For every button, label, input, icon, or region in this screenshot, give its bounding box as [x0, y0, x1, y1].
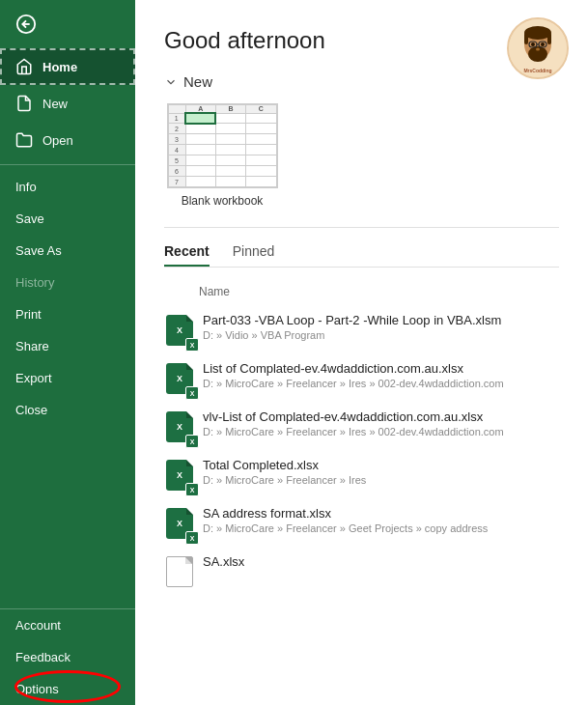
svg-point-4 — [524, 26, 551, 40]
avatar: MrsCodding — [507, 17, 569, 79]
file-icon-wrap: X X — [164, 361, 195, 396]
file-name: List of Complated-ev.4wdaddiction.com.au… — [203, 361, 559, 376]
file-icon-wrap: X X — [164, 409, 195, 444]
chevron-down-icon — [164, 75, 178, 89]
avatar-svg: MrsCodding — [509, 19, 567, 77]
home-icon — [15, 58, 33, 75]
sidebar-item-close[interactable]: Close — [0, 394, 135, 426]
sidebar-item-home[interactable]: Home — [0, 48, 135, 85]
tab-pinned[interactable]: Pinned — [233, 243, 275, 267]
file-name: SA address format.xlsx — [203, 506, 559, 521]
file-info: Total Completed.xlsx D: » MicroCare » Fr… — [203, 458, 559, 486]
svg-rect-5 — [524, 33, 528, 44]
sidebar-item-save[interactable]: Save — [0, 203, 135, 235]
file-icon-wrap: X X — [164, 458, 195, 493]
file-info: Part-033 -VBA Loop - Part-2 -While Loop … — [203, 313, 559, 341]
sidebar-item-export[interactable]: Export — [0, 362, 135, 394]
file-path: D: » MicroCare » Freelancer » Ires » 002… — [203, 426, 559, 437]
excel-icon-small: X — [185, 338, 199, 352]
svg-point-9 — [541, 42, 545, 46]
file-name: SA.xlsx — [203, 554, 559, 569]
excel-icon-small: X — [185, 483, 199, 496]
excel-icon-fold — [186, 460, 193, 466]
file-path: D: » MicroCare » Freelancer » Ires — [203, 474, 559, 486]
file-item-file4[interactable]: X X Total Completed.xlsx D: » MicroCare … — [164, 451, 559, 499]
file-icon-wrap — [164, 554, 195, 589]
new-label: New — [42, 97, 68, 111]
sidebar-item-feedback[interactable]: Feedback — [0, 641, 135, 673]
back-button[interactable] — [0, 0, 135, 48]
excel-icon-fold — [186, 315, 193, 322]
file-item-file2[interactable]: X X List of Complated-ev.4wdaddiction.co… — [164, 354, 559, 403]
sidebar-item-print[interactable]: Print — [0, 298, 135, 330]
file-name: vlv-List of Complated-ev.4wdaddiction.co… — [203, 409, 559, 424]
svg-point-8 — [531, 42, 535, 46]
plain-icon-fold — [185, 557, 192, 564]
svg-text:MrsCodding: MrsCodding — [523, 68, 551, 73]
open-icon — [15, 131, 33, 149]
file-info: SA address format.xlsx D: » MicroCare » … — [203, 506, 559, 534]
blank-workbook-preview: A B C 1 2 — [167, 103, 278, 188]
blank-workbook-button[interactable]: A B C 1 2 — [164, 103, 280, 208]
excel-icon-fold — [186, 411, 193, 418]
file-name: Total Completed.xlsx — [203, 458, 559, 472]
sidebar-divider-1 — [0, 164, 135, 165]
open-label: Open — [42, 133, 73, 148]
file-info: List of Complated-ev.4wdaddiction.com.au… — [203, 361, 559, 389]
svg-point-10 — [536, 48, 540, 51]
file-item-file3[interactable]: X X vlv-List of Complated-ev.4wdaddictio… — [164, 403, 559, 451]
home-label: Home — [42, 60, 77, 74]
new-section-label: New — [183, 73, 212, 90]
sidebar-item-save-as[interactable]: Save As — [0, 235, 135, 267]
sidebar-item-history[interactable]: History — [0, 267, 135, 298]
tab-recent[interactable]: Recent — [164, 243, 210, 267]
sidebar-item-account[interactable]: Account — [0, 609, 135, 641]
file-icon-wrap: X X — [164, 506, 195, 541]
file-item-file5[interactable]: X X SA address format.xlsx D: » MicroCar… — [164, 499, 559, 548]
excel-icon-small: X — [185, 435, 199, 448]
sidebar-item-open[interactable]: Open — [0, 122, 135, 158]
file-icon-wrap: X X — [164, 313, 195, 348]
file-path: D: » MicroCare » Freelancer » Geet Proje… — [203, 522, 559, 534]
blank-workbook-label: Blank workbook — [182, 194, 264, 208]
excel-icon-fold — [186, 508, 193, 515]
excel-icon-small: X — [185, 386, 199, 400]
sidebar-item-share[interactable]: Share — [0, 330, 135, 362]
file-list: X X Part-033 -VBA Loop - Part-2 -While L… — [164, 306, 559, 596]
new-section-header: New — [164, 73, 559, 90]
plain-file-icon — [166, 556, 193, 587]
main-content: MrsCodding Good afternoon New A B C — [135, 0, 588, 705]
excel-icon-fold — [186, 363, 193, 370]
sidebar-bottom: Account Feedback Options ← — [0, 608, 135, 705]
sidebar: Home New Open Info Save Save As History … — [0, 0, 135, 705]
file-item-file1[interactable]: X X Part-033 -VBA Loop - Part-2 -While L… — [164, 306, 559, 354]
svg-rect-6 — [547, 33, 551, 44]
avatar-inner: MrsCodding — [509, 19, 567, 77]
file-path: D: » Vidio » VBA Program — [203, 329, 559, 341]
sidebar-item-options[interactable]: Options — [0, 673, 135, 705]
file-info: vlv-List of Complated-ev.4wdaddiction.co… — [203, 409, 559, 437]
file-column-header: Name — [164, 281, 559, 306]
back-icon — [15, 14, 37, 35]
file-path: D: » MicroCare » Freelancer » Ires » 002… — [203, 378, 559, 389]
file-item-file6[interactable]: SA.xlsx — [164, 548, 559, 596]
excel-icon-small: X — [185, 531, 199, 545]
greeting-text: Good afternoon — [164, 27, 559, 54]
new-icon — [15, 95, 33, 112]
workbook-grid-table: A B C 1 2 — [168, 104, 277, 187]
file-name: Part-033 -VBA Loop - Part-2 -While Loop … — [203, 313, 559, 327]
tabs-row: Recent Pinned — [164, 243, 559, 268]
file-info: SA.xlsx — [203, 554, 559, 569]
sidebar-item-new[interactable]: New — [0, 85, 135, 122]
sidebar-item-info[interactable]: Info — [0, 171, 135, 203]
section-divider — [164, 227, 559, 228]
